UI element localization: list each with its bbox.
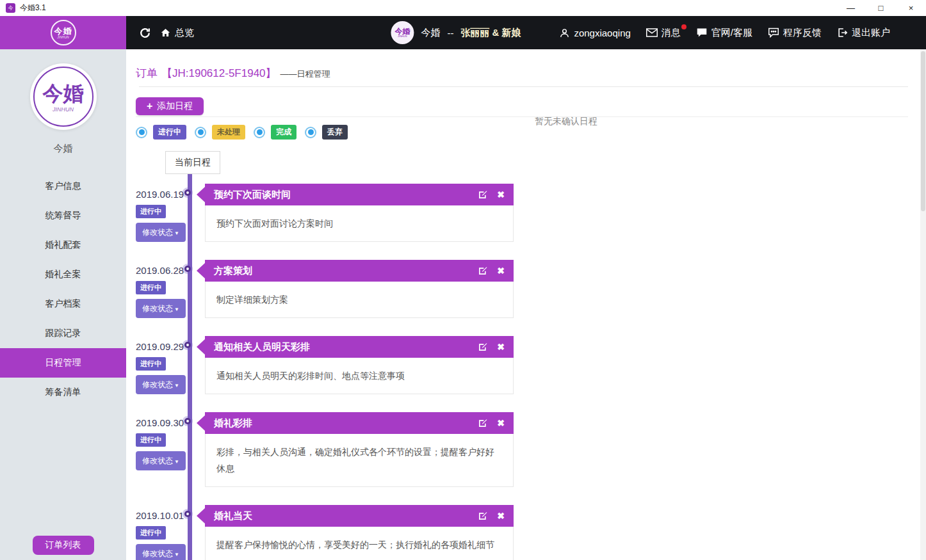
current-schedule-tab[interactable]: 当前日程	[165, 151, 220, 174]
sidebar-menu-item[interactable]: 客户信息	[0, 172, 126, 201]
card-description: 制定详细策划方案	[205, 282, 514, 318]
messages-nav-item[interactable]: 消息	[646, 27, 681, 39]
scrollbar-thumb[interactable]	[921, 51, 925, 211]
card-header: 预约下次面谈时间 ✖	[205, 184, 514, 205]
top-nav: 今婚 JINHUN 总览 今婚 JINHUN 今婚 -- 张丽丽 & 新娘 zo…	[0, 16, 926, 49]
timeline-dot	[184, 342, 191, 348]
entry-status-badge: 进行中	[136, 526, 166, 540]
sidebar-brand-label: 今婚	[0, 143, 126, 155]
couple-names: 张丽丽 & 新娘	[460, 27, 521, 39]
timeline-entry: 2019.06.19 进行中 修改状态▼ 预约下次面谈时间 ✖	[136, 184, 558, 242]
logout-nav-item[interactable]: 退出账户	[837, 27, 890, 39]
edit-icon[interactable]	[478, 342, 488, 352]
nav-right-group: zongxiaoqing 消息 官网/客服 程序反馈 退出账户	[559, 27, 926, 39]
sidebar-menu-item[interactable]: 婚礼全案	[0, 260, 126, 289]
sidebar-item-label: 婚礼配套	[45, 239, 81, 251]
support-nav-item[interactable]: 官网/客服	[696, 27, 752, 39]
caret-down-icon: ▼	[174, 307, 179, 312]
entry-meta: 2019.09.29 进行中 修改状态▼	[136, 336, 187, 394]
refresh-icon[interactable]	[139, 27, 151, 39]
entry-status-badge: 进行中	[136, 357, 166, 371]
minimize-button[interactable]: —	[836, 0, 866, 16]
status-filter: 未处理	[195, 125, 245, 140]
edit-icon[interactable]	[478, 189, 488, 200]
edit-icon[interactable]	[478, 511, 488, 521]
timeline-dot	[184, 189, 191, 196]
center-logo-icon: 今婚 JINHUN	[391, 21, 414, 44]
card-description: 彩排，与相关人员沟通，确定婚礼仪式各个环节的设置；提醒客户好好休息	[205, 434, 514, 487]
radio-button-icon[interactable]	[195, 127, 206, 138]
radio-button-icon[interactable]	[136, 127, 147, 138]
entry-status-badge: 进行中	[136, 281, 166, 294]
overview-nav-item[interactable]: 总览	[160, 27, 194, 39]
timeline-entry: 2019.06.28 进行中 修改状态▼ 方案策划 ✖	[136, 260, 558, 318]
status-filter-badge[interactable]: 丢弃	[322, 125, 348, 140]
caret-down-icon: ▼	[174, 459, 179, 465]
app-icon: 今	[6, 3, 15, 13]
feedback-label: 程序反馈	[783, 27, 822, 39]
close-button[interactable]: ×	[896, 0, 926, 16]
card-title: 方案策划	[214, 265, 478, 277]
status-filter-badge[interactable]: 进行中	[153, 125, 186, 140]
brand-name: 今婚	[421, 27, 440, 39]
card-title: 婚礼当天	[214, 510, 478, 522]
no-unconfirmed-message: 暂无未确认日程	[535, 116, 597, 127]
change-status-button[interactable]: 修改状态▼	[136, 223, 186, 242]
card-actions: ✖	[478, 418, 505, 428]
sidebar-menu-item[interactable]: 筹备清单	[0, 378, 126, 407]
sidebar-menu: 客户信息 统筹督导 婚礼配套 婚礼全案 客户档案 跟踪记录 日程管理	[0, 172, 126, 407]
entry-date: 2019.09.29	[136, 341, 187, 352]
status-filter-badge[interactable]: 完成	[271, 125, 296, 140]
card-header: 通知相关人员明天彩排 ✖	[205, 336, 514, 358]
sidebar-menu-item[interactable]: 日程管理	[0, 348, 126, 378]
sidebar-item-label: 跟踪记录	[45, 328, 81, 339]
change-status-button[interactable]: 修改状态▼	[136, 544, 186, 560]
nav-brand-block: 今婚 JINHUN	[0, 16, 126, 49]
card-header: 婚礼当天 ✖	[205, 505, 514, 527]
sidebar-logo: 今婚 JINHUN	[30, 63, 97, 130]
main-content: 订单 【JH:190612-5F1940】 ——日程管理 + 添加日程 进行中 …	[126, 49, 926, 560]
status-filter-badge[interactable]: 未处理	[212, 125, 245, 140]
sidebar-item-label: 统筹督导	[45, 210, 81, 221]
schedule-card: 预约下次面谈时间 ✖ 预约下次面对面讨论方案时间	[205, 184, 514, 242]
plus-icon: +	[147, 100, 152, 112]
user-menu[interactable]: zongxiaoqing	[559, 28, 630, 38]
card-arrow	[197, 339, 205, 355]
unread-badge	[681, 24, 686, 29]
vertical-scrollbar[interactable]	[920, 49, 926, 560]
sidebar-menu-item[interactable]: 婚礼配套	[0, 230, 126, 260]
sidebar: 今婚 JINHUN 今婚 客户信息 统筹督导 婚礼配套 婚礼全案 客户档案	[0, 49, 126, 560]
maximize-button[interactable]: □	[866, 0, 896, 16]
entry-status-badge: 进行中	[136, 205, 166, 218]
sidebar-menu-item[interactable]: 客户档案	[0, 289, 126, 319]
change-status-button[interactable]: 修改状态▼	[136, 299, 186, 318]
add-schedule-label: 添加日程	[157, 100, 193, 112]
order-list-button[interactable]: 订单列表	[33, 536, 94, 555]
add-schedule-button[interactable]: + 添加日程	[136, 97, 204, 115]
brand-logo-icon: 今婚 JINHUN	[51, 20, 76, 45]
sidebar-item-label: 日程管理	[45, 357, 81, 369]
radio-button-icon[interactable]	[254, 127, 265, 138]
change-status-button[interactable]: 修改状态▼	[136, 375, 186, 394]
card-actions: ✖	[478, 342, 505, 352]
mail-icon	[646, 28, 658, 37]
sidebar-item-label: 客户信息	[45, 180, 81, 192]
timeline-entry: 2019.10.01 进行中 修改状态▼ 婚礼当天 ✖	[136, 505, 558, 560]
edit-icon[interactable]	[478, 266, 488, 276]
feedback-nav-item[interactable]: 程序反馈	[768, 27, 822, 39]
logout-icon	[837, 28, 848, 38]
edit-icon[interactable]	[478, 418, 488, 428]
card-actions: ✖	[478, 266, 505, 276]
user-icon	[559, 28, 570, 38]
sidebar-menu-item[interactable]: 统筹督导	[0, 201, 126, 230]
card-title: 婚礼彩排	[214, 417, 478, 429]
card-description: 提醒客户保持愉悦的心情，享受美好的一天；执行婚礼的各项婚礼细节	[205, 527, 514, 560]
title-divider	[139, 86, 908, 87]
timeline-dot	[184, 511, 191, 517]
radio-button-icon[interactable]	[305, 127, 316, 138]
schedule-timeline: 当前日程 2019.06.19 进行中 修改状态▼ 预约下次面谈时间	[136, 151, 558, 560]
sidebar-menu-item[interactable]: 跟踪记录	[0, 319, 126, 348]
change-status-button[interactable]: 修改状态▼	[136, 451, 186, 470]
entry-meta: 2019.10.01 进行中 修改状态▼	[136, 505, 187, 560]
couple-separator: --	[447, 28, 453, 38]
